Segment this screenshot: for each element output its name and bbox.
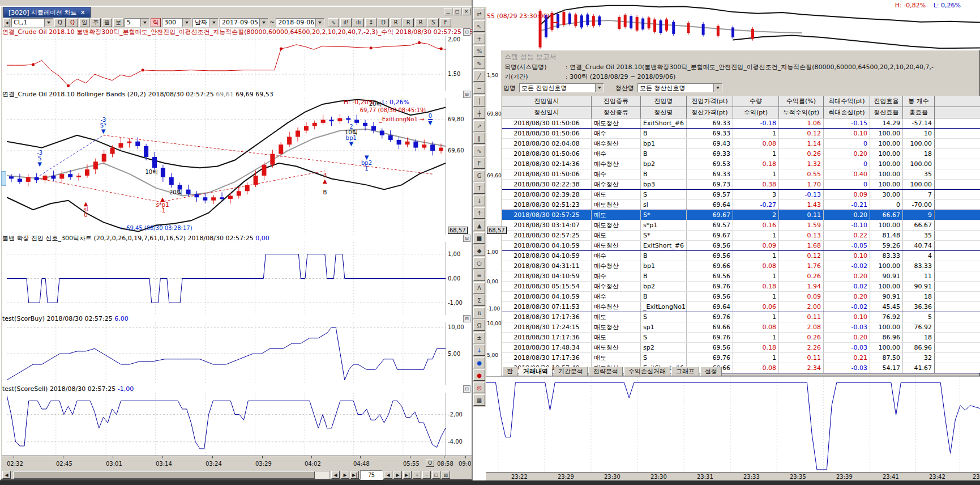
horizontal-line-icon[interactable]: ─ xyxy=(473,83,485,94)
column-header[interactable]: 청산가격(pt) xyxy=(687,107,733,118)
arrow-line-icon[interactable]: ↗ xyxy=(473,120,485,131)
column-header[interactable]: 최대손실(pt) xyxy=(824,107,870,118)
tick-count-combobox[interactable]: 300 xyxy=(162,18,191,27)
plusminus-icon[interactable]: ± xyxy=(473,332,485,343)
column-header[interactable]: 진입효율 xyxy=(870,96,903,107)
nav-button[interactable]: ▶| xyxy=(403,471,412,479)
table-row[interactable]: 2018/08/30 03:14:07매도청산s*p169.570.161.59… xyxy=(502,220,980,231)
volume-icon[interactable]: ılı xyxy=(353,18,364,27)
bars-count-input[interactable] xyxy=(360,470,383,480)
column-header[interactable]: 진입명 xyxy=(641,96,687,107)
scoresell-chart[interactable] xyxy=(7,393,446,456)
table-row[interactable]: 2018/08/30 02:51:23매도청산sl69.64-0.271.43-… xyxy=(502,200,980,210)
table-row[interactable]: 2018/08/30 17:48:34매도청산sp269.560.182.26-… xyxy=(502,343,980,353)
right-bottom-chart[interactable] xyxy=(486,376,980,473)
chevron-down-icon[interactable] xyxy=(315,19,324,27)
period-month-button[interactable]: 월 xyxy=(102,18,112,27)
panel-minimize-icon[interactable]: ⊟ xyxy=(463,235,470,242)
ruler-icon[interactable]: ≡ xyxy=(473,270,485,281)
chevron-down-icon[interactable] xyxy=(182,19,191,27)
signal-chart[interactable] xyxy=(7,242,446,315)
mark-down-icon[interactable]: ↓ xyxy=(473,195,485,206)
nav-button[interactable]: ▶| xyxy=(350,471,359,479)
nav-button[interactable]: □ xyxy=(432,471,440,479)
report-tab-기간분석[interactable]: 기간분석 xyxy=(554,367,588,376)
zoom-back-icon[interactable]: Q xyxy=(67,18,78,27)
nav-button[interactable]: − xyxy=(422,471,431,479)
grid-icon[interactable]: ▦ xyxy=(473,394,485,406)
scrollbar-thumb[interactable] xyxy=(14,471,315,479)
table-row[interactable]: 2018/08/30 07:11:53매수청산_ExitLongNo169.64… xyxy=(502,302,980,312)
trendline-icon[interactable]: ╱ xyxy=(473,70,485,82)
table-row[interactable]: 2018/08/30 02:57:25매도S*69.6710.130.2281.… xyxy=(502,231,980,241)
toolbar-collapse-button[interactable]: ◂ xyxy=(3,18,10,27)
wave-icon[interactable]: ∿ xyxy=(473,145,485,156)
sum-icon[interactable]: Σ xyxy=(473,295,485,306)
chevron-down-icon[interactable] xyxy=(259,19,268,27)
folder-icon[interactable]: F xyxy=(440,18,451,27)
diamond-icon[interactable]: ◆ xyxy=(473,245,485,256)
arrow-down-blue-icon[interactable]: ↓ xyxy=(473,344,485,356)
nav-button[interactable]: ◀ xyxy=(384,471,392,479)
column-header[interactable]: 진입일시 xyxy=(502,96,592,107)
nav-button[interactable]: ▶ xyxy=(341,471,349,479)
target-icon[interactable]: ◎ xyxy=(473,382,485,393)
crosshair-icon[interactable]: + xyxy=(473,33,485,44)
equity-chart[interactable] xyxy=(7,36,446,91)
table-row[interactable]: 2018/08/30 02:14:36매수청산bp269.530.181.320… xyxy=(502,159,980,169)
symbol-combobox[interactable]: CL,1 xyxy=(11,18,53,27)
right-top-chart[interactable]: H: -0,82% L: 0,26% 55 (08/29 23:30:00) → xyxy=(486,0,980,50)
zoom-in-icon[interactable]: Q xyxy=(54,18,66,27)
period-day-button[interactable]: 일 xyxy=(79,18,89,27)
chevron-down-icon[interactable] xyxy=(713,84,722,92)
sort-icon[interactable]: ↕ xyxy=(365,18,376,27)
table-row[interactable]: 2018/08/30 01:50:06매도청산ExitShort_#669.33… xyxy=(502,118,980,129)
report-tab-합[interactable]: 합 xyxy=(502,367,517,376)
new-page-icon[interactable]: D xyxy=(378,18,389,27)
column-header[interactable]: 봉 개수 xyxy=(903,96,935,107)
panel-minimize-icon[interactable]: ⊟ xyxy=(463,91,470,98)
nav-button[interactable]: ▨ xyxy=(442,471,450,479)
table-row[interactable]: 2018/08/30 17:17:36매도S69.7610.110.2187.5… xyxy=(502,353,980,363)
table-row[interactable]: 2018/08/30 01:50:06매수B69.3310.260.20100.… xyxy=(502,149,980,159)
vertical-line-icon[interactable]: │ xyxy=(473,95,485,107)
mark-up-icon[interactable]: ↑ xyxy=(473,207,485,219)
table-row[interactable]: 2018/08/30 04:10:59매수B69.5610.090.2090.9… xyxy=(502,292,980,302)
chevron-down-icon[interactable] xyxy=(140,19,149,27)
pan-icon[interactable]: ⇄ xyxy=(473,8,485,19)
table-row[interactable]: 2018/08/30 17:17:36매도S69.7610.110.1076.9… xyxy=(502,312,980,322)
column-header[interactable]: 진입가격(pt) xyxy=(687,96,733,107)
maximize-button[interactable]: ▢ xyxy=(453,8,461,15)
scroll-left-icon[interactable]: ◀ xyxy=(2,471,11,479)
report-tab-거래내역[interactable]: 거래내역 xyxy=(519,367,553,376)
column-header[interactable]: 수량 xyxy=(733,96,779,107)
table-row[interactable]: 2018/08/30 17:17:36매도S69.7610.260.2086.9… xyxy=(502,333,980,343)
refresh-r-icon[interactable]: R xyxy=(390,18,401,27)
column-header[interactable]: 총효율 xyxy=(903,107,935,118)
column-header[interactable]: 청산종류 xyxy=(592,107,641,118)
column-header[interactable]: 청산명 xyxy=(641,107,687,118)
column-header[interactable]: 진입종류 xyxy=(592,96,641,107)
tab-close-icon[interactable]: ✕ xyxy=(80,9,85,16)
volume-alert-icon[interactable]: ıl! xyxy=(340,18,352,27)
table-row[interactable]: 2018/08/30 02:57:25매도S*69.6720.110.2066.… xyxy=(502,210,980,220)
panel-minimize-icon[interactable]: ⊟ xyxy=(463,385,470,393)
column-header[interactable]: 청산일시 xyxy=(502,107,592,118)
minimize-button[interactable]: ▁ xyxy=(444,8,452,15)
channel-icon[interactable]: ∥ xyxy=(473,133,485,144)
zigzag-icon[interactable]: Λ xyxy=(473,282,485,293)
nav-button[interactable]: + xyxy=(413,471,421,479)
report-tab-전략분석[interactable]: 전략분석 xyxy=(589,367,623,376)
table-row[interactable]: 2018/08/30 04:10:59매수B69.5610.120.1083.3… xyxy=(502,251,980,261)
report-tab-그래프[interactable]: 그래프 xyxy=(671,367,699,376)
ellipse-icon[interactable]: ○ xyxy=(473,257,485,269)
bollinger-chart[interactable]: H: -0,20% L: 0,26% -3S▼-3S*▼▲sl010틱▲s*p1… xyxy=(7,98,446,235)
fibonacci-icon[interactable]: F xyxy=(473,158,485,169)
table-row[interactable]: 2018/08/30 02:04:08매수청산bp169.430.081.140… xyxy=(502,139,980,149)
close-button[interactable]: ✕ xyxy=(462,8,470,15)
period-tick-button[interactable]: 틱 xyxy=(151,18,161,27)
chevron-down-icon[interactable] xyxy=(44,19,53,27)
date-to-combobox[interactable]: 2018-09-06 xyxy=(276,18,324,27)
table-row[interactable]: 2018/08/30 01:50:06매수B69.3310.120.10100.… xyxy=(502,129,980,139)
cursor-icon[interactable]: ↖ xyxy=(473,20,485,32)
